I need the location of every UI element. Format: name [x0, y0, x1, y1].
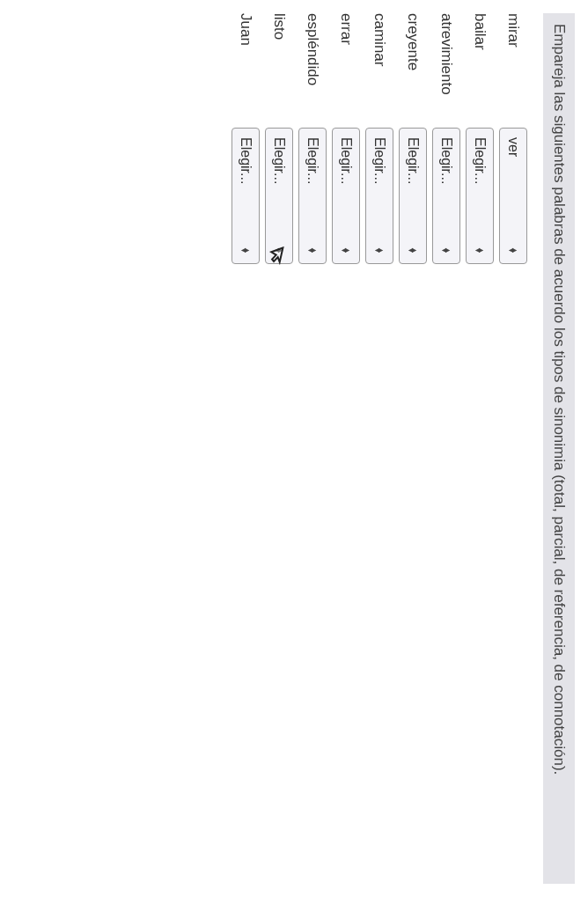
- instruction-text: Empareja las siguientes palabras de acue…: [543, 13, 575, 884]
- select-value: Elegir...: [371, 137, 387, 238]
- select-value: Elegir...: [271, 137, 287, 238]
- select-arrows-icon: ▲ ▼: [309, 246, 317, 254]
- select-arrows-icon: ▲ ▼: [476, 246, 484, 254]
- select-esplendido[interactable]: Elegir... ▲ ▼: [298, 128, 327, 264]
- word-label-juan: Juan: [229, 13, 262, 128]
- select-atrevimiento[interactable]: Elegir... ▲ ▼: [432, 128, 460, 264]
- select-value: ver: [505, 137, 521, 238]
- word-label-atrevimiento: atrevimiento: [430, 13, 463, 128]
- select-juan[interactable]: Elegir... ▲ ▼: [232, 128, 260, 264]
- word-label-creyente: creyente: [396, 13, 430, 128]
- select-errar[interactable]: Elegir... ▲ ▼: [332, 128, 360, 264]
- table-row: Juan Elegir... ▲ ▼: [229, 13, 262, 264]
- table-row: mirar ver ▲ ▼: [496, 13, 530, 264]
- table-row: creyente Elegir... ▲ ▼: [396, 13, 430, 264]
- select-arrows-icon: ▲ ▼: [409, 246, 417, 254]
- word-label-mirar: mirar: [496, 13, 530, 128]
- table-row: errar Elegir... ▲ ▼: [329, 13, 363, 264]
- select-arrows-icon: ▲ ▼: [342, 246, 350, 254]
- table-row: listo Elegir... ▲ ▼: [262, 13, 296, 264]
- select-bailar[interactable]: Elegir... ▲ ▼: [466, 128, 494, 264]
- select-value: Elegir...: [438, 137, 454, 238]
- select-creyente[interactable]: Elegir... ▲ ▼: [399, 128, 427, 264]
- select-value: Elegir...: [305, 137, 320, 238]
- table-row: atrevimiento Elegir... ▲ ▼: [430, 13, 463, 264]
- select-arrows-icon: ▲ ▼: [510, 246, 518, 254]
- select-mirar[interactable]: ver ▲ ▼: [499, 128, 527, 264]
- select-arrows-icon: ▲ ▼: [276, 246, 283, 254]
- word-label-listo: listo: [262, 13, 296, 128]
- select-value: Elegir...: [472, 137, 488, 238]
- word-label-errar: errar: [329, 13, 363, 128]
- word-label-caminar: caminar: [363, 13, 396, 128]
- select-value: Elegir...: [238, 137, 254, 238]
- select-value: Elegir...: [405, 137, 421, 238]
- select-caminar[interactable]: Elegir... ▲ ▼: [365, 128, 393, 264]
- table-row: caminar Elegir... ▲ ▼: [363, 13, 396, 264]
- word-label-esplendido: espléndido: [296, 13, 329, 128]
- word-label-bailar: bailar: [463, 13, 496, 128]
- select-arrows-icon: ▲ ▼: [242, 246, 250, 254]
- matching-table: mirar ver ▲ ▼ bailar Elegir... ▲ ▼: [229, 13, 530, 264]
- table-row: espléndido Elegir... ▲ ▼: [296, 13, 329, 264]
- select-listo[interactable]: Elegir... ▲ ▼: [265, 128, 293, 264]
- table-row: bailar Elegir... ▲ ▼: [463, 13, 496, 264]
- select-value: Elegir...: [338, 137, 354, 238]
- select-arrows-icon: ▲ ▼: [443, 246, 451, 254]
- select-arrows-icon: ▲ ▼: [376, 246, 384, 254]
